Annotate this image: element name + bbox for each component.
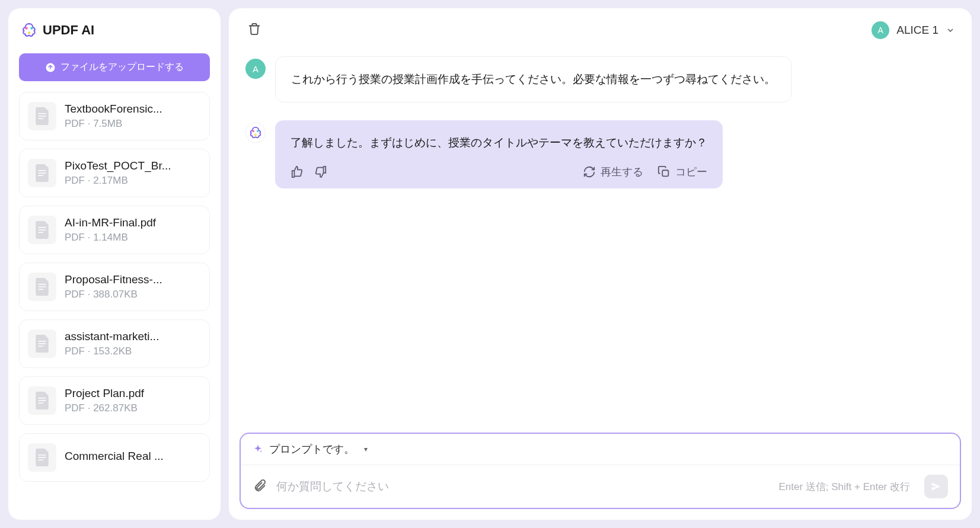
user-menu[interactable]: A ALICE 1 [872,21,955,39]
copy-button[interactable]: コピー [657,165,707,179]
logo-icon [21,23,37,38]
file-info: Commercial Real ... [65,450,201,465]
upload-label: ファイルをアップロードする [60,61,184,73]
file-info: AI-in-MR-Final.pdf PDF · 1.14MB [65,216,201,244]
document-icon [28,273,56,301]
delete-button[interactable] [245,20,263,40]
file-item[interactable]: assistant-marketi... PDF · 153.2KB [19,319,210,368]
file-name: AI-in-MR-Final.pdf [65,216,201,229]
svg-rect-7 [662,170,668,176]
main-panel: A ALICE 1 A これから行う授業の授業計画作成を手伝ってください。必要な… [229,8,972,520]
file-info: assistant-marketi... PDF · 153.2KB [65,330,201,357]
ai-message-bubble: 了解しました。まずはじめに、授業のタイトルやテーマを教えていただけますか？ [275,120,723,188]
file-meta: PDF · 1.14MB [65,232,201,244]
app-title: UPDF AI [43,23,94,38]
dropdown-arrow-icon: ▾ [364,445,368,453]
user-avatar: A [872,21,889,39]
file-meta: PDF · 153.2KB [65,345,201,357]
thumbs-down-icon [314,165,327,178]
send-button[interactable] [924,475,948,498]
file-name: Proposal-Fitness-... [65,273,201,286]
ai-message-text: 了解しました。まずはじめに、授業のタイトルやテーマを教えていただけますか？ [291,133,707,152]
document-icon [28,216,56,244]
file-info: TextbookForensic... PDF · 7.5MB [65,103,201,130]
thumbs-up-button[interactable] [291,165,304,178]
main-header: A ALICE 1 [229,8,972,52]
sparkle-icon [253,444,263,455]
input-hint: Enter 送信; Shift + Enter 改行 [778,480,910,494]
file-name: Commercial Real ... [65,450,201,463]
chat-area: A これから行う授業の授業計画作成を手伝ってください。必要な情報を一つずつ尋ねて… [229,52,972,425]
file-meta: PDF · 2.17MB [65,175,201,187]
trash-icon [248,23,261,36]
file-item[interactable]: Proposal-Fitness-... PDF · 388.07KB [19,263,210,311]
document-icon [28,329,56,358]
document-icon [28,102,56,130]
prompt-selector[interactable]: プロンプトです。 ▾ [241,434,960,465]
file-name: TextbookForensic... [65,103,201,116]
refresh-icon [583,165,596,178]
user-message-bubble: これから行う授業の授業計画作成を手伝ってください。必要な情報を一つずつ尋ねてくだ… [275,56,791,103]
file-info: PixoTest_POCT_Br... PDF · 2.17MB [65,159,201,187]
thumbs-down-button[interactable] [314,165,327,178]
file-name: PixoTest_POCT_Br... [65,159,201,172]
paperclip-icon [253,479,267,493]
send-icon [930,481,942,492]
chevron-down-icon [946,25,955,35]
upload-button[interactable]: ファイルをアップロードする [19,53,210,81]
document-icon [28,159,56,187]
prompt-label: プロンプトです。 [269,442,355,456]
file-info: Proposal-Fitness-... PDF · 388.07KB [65,273,201,300]
file-meta: PDF · 7.5MB [65,118,201,130]
svg-point-5 [257,130,259,133]
upload-icon [45,62,56,73]
user-msg-avatar: A [245,59,266,79]
svg-point-2 [28,31,30,34]
copy-icon [657,165,671,178]
sidebar: UPDF AI ファイルをアップロードする TextbookForensic..… [8,8,221,520]
svg-point-4 [253,130,255,133]
svg-point-0 [25,27,28,30]
attach-button[interactable] [253,479,267,495]
chat-input[interactable] [276,480,769,493]
file-list: TextbookForensic... PDF · 7.5MB PixoTest… [19,92,210,509]
document-icon [28,386,56,415]
file-meta: PDF · 262.87KB [65,402,201,414]
svg-point-6 [254,134,257,136]
ai-message-row: 了解しました。まずはじめに、授業のタイトルやテーマを教えていただけますか？ [245,120,955,188]
file-item[interactable]: PixoTest_POCT_Br... PDF · 2.17MB [19,149,210,197]
thumbs-up-icon [291,165,304,178]
input-container: プロンプトです。 ▾ Enter 送信; Shift + Enter 改行 [240,433,961,509]
regenerate-button[interactable]: 再生する [583,165,643,179]
file-item[interactable]: AI-in-MR-Final.pdf PDF · 1.14MB [19,206,210,254]
file-name: assistant-marketi... [65,330,201,343]
input-row: Enter 送信; Shift + Enter 改行 [241,465,960,508]
file-item[interactable]: Project Plan.pdf PDF · 262.87KB [19,376,210,425]
ai-msg-avatar [245,123,266,143]
user-name: ALICE 1 [896,24,938,37]
file-name: Project Plan.pdf [65,387,201,400]
sidebar-header: UPDF AI [19,19,210,41]
file-meta: PDF · 388.07KB [65,289,201,300]
user-message-row: A これから行う授業の授業計画作成を手伝ってください。必要な情報を一つずつ尋ねて… [245,56,955,103]
file-item[interactable]: TextbookForensic... PDF · 7.5MB [19,92,210,140]
document-icon [28,443,56,472]
file-item[interactable]: Commercial Real ... [19,433,210,482]
svg-point-1 [30,27,33,30]
regenerate-label: 再生する [601,165,643,179]
file-info: Project Plan.pdf PDF · 262.87KB [65,387,201,414]
ai-actions: 再生する コピー [291,165,707,179]
ai-logo-icon [249,126,262,139]
copy-label: コピー [675,165,707,179]
